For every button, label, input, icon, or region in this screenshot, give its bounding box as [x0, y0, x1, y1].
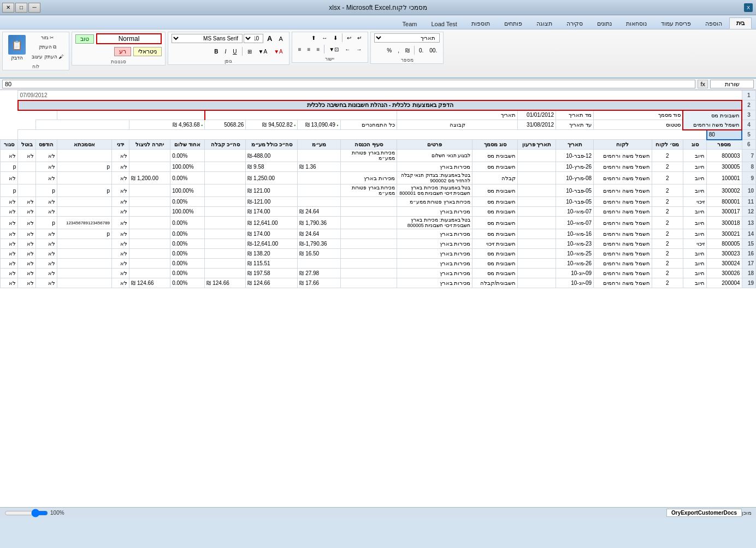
param-todate2: 31/08/2012 [517, 120, 556, 130]
border-button[interactable]: ⊞ [245, 47, 255, 56]
table-row: 11 800001 זיכוי 2 חשמל משה ורחמים 05-פבר… [1, 197, 756, 207]
style-neutral[interactable]: ניטראלי [133, 47, 162, 56]
align-center-button[interactable]: ≡ [305, 45, 314, 53]
param-val1: סוד מסמך [594, 110, 683, 120]
font-color-button[interactable]: A▼ [271, 47, 286, 56]
sheet-container: 1 07/09/2012 2 הדפק באמצעות כלכלית - הנה… [0, 90, 756, 507]
ribbon-content: 📋 הדבק ✂ גזור ⧉ העתק 🖌 העתק עיצוב לוח טו… [0, 29, 756, 79]
sum-val2: ₪ 94,502.82 ▪ [246, 120, 298, 130]
align-left-button[interactable]: ≡ [314, 45, 322, 53]
style-ra[interactable]: רע [114, 47, 131, 56]
copy-button[interactable]: ⧉ העתק [29, 43, 66, 52]
number-group: תאריך % , ₪ .0 .00 מספר [370, 32, 444, 64]
col-date: תאריך [556, 140, 593, 150]
tab-home[interactable]: בית [729, 17, 752, 29]
inc-decimal-btn[interactable]: .0 [416, 46, 426, 55]
window-title: מסמכי לקוח.xlsx - Microsoft Excel [329, 4, 427, 11]
table-row: 9 100001 חיוב 2 חשמל משה ורחמים 08-מרץ-1… [1, 172, 756, 184]
align-top-button[interactable]: ⬆ [309, 33, 318, 42]
col-details: פרטים [397, 140, 472, 150]
tab-addins[interactable]: תוספות [464, 18, 497, 29]
text-dir-button[interactable]: ↩ [344, 33, 354, 42]
maximize-button[interactable]: □ [15, 3, 27, 13]
currency-btn[interactable]: ₪ [403, 46, 412, 55]
font-size-select[interactable]: 10 [244, 34, 263, 43]
tab-pagelayout[interactable]: פריסת עמוד [654, 18, 698, 29]
bold-button[interactable]: B [211, 47, 221, 56]
row5-rest [18, 130, 707, 140]
grow-font-button[interactable]: A [264, 33, 275, 44]
style-normal[interactable]: Normal [96, 33, 162, 44]
font-name-select[interactable]: MS Sans Serif [172, 34, 243, 43]
tab-dev[interactable]: פותחים [497, 18, 529, 29]
table-row: 14 300021 חיוב 2 חשמל משה ורחמים 16-מאי-… [1, 229, 756, 239]
comma-btn[interactable]: , [395, 46, 402, 55]
alignment-group: ⬆ ↔ ⬇ ↩ ↵ ≡ ≡ ≡ ⊡▼ ← → יישור [292, 32, 368, 63]
spreadsheet: 1 07/09/2012 2 הדפק באמצעות כלכלית - הנה… [0, 90, 756, 288]
name-box[interactable] [710, 80, 754, 88]
formatpainter-button[interactable]: 🖌 העתק עיצוב [29, 52, 66, 61]
shrink-font-button[interactable]: A [276, 34, 285, 43]
minimize-button[interactable]: ─ [28, 3, 40, 13]
align-bottom-button[interactable]: ⬇ [330, 33, 340, 42]
row-2: 2 הדפק באמצעות כלכלית - הנהלת חשבונות בח… [1, 100, 756, 110]
align-middle-button[interactable]: ↔ [319, 33, 330, 42]
col-ref: אסמכתא [57, 140, 111, 150]
date-cell[interactable]: 07/09/2012 [18, 91, 742, 100]
param-fromlabel: מד תאריך [556, 110, 593, 120]
ribbon-tabs: בית הוספה פריסת עמוד נוסחאות נתונים סקיר… [0, 15, 756, 29]
window-controls[interactable]: ─ □ ✕ [2, 3, 40, 13]
status-bar: מוכן OryExportCustomerDocs 100% [0, 507, 756, 518]
sheet-tab-main[interactable]: OryExportCustomerDocs [666, 509, 742, 517]
tab-data[interactable]: נתונים [590, 18, 619, 29]
number-format-select[interactable]: תאריך [374, 33, 440, 43]
rownum-1: 1 [742, 91, 755, 100]
row-3: 3 חשבונית מס סוד מסמך מד תאריך 01/01/201… [1, 110, 756, 120]
selected-cell[interactable]: 80 [707, 130, 742, 140]
dec-decimal-btn[interactable]: .00 [427, 46, 440, 55]
tab-review[interactable]: סקירה [559, 18, 590, 29]
tab-team[interactable]: Team [395, 19, 424, 29]
cut-button[interactable]: ✂ גזור [29, 33, 66, 42]
col-cust: לקוח [594, 140, 652, 150]
table-row: 12 300017 חיוב 2 חשמל משה ורחמים 07-מאי-… [1, 207, 756, 217]
zoom-slider[interactable] [4, 509, 48, 517]
table-row: 10 300002 חיוב 2 חשמל משה ורחמים 05-פבר-… [1, 184, 756, 197]
sep4 [414, 46, 415, 55]
tab-view[interactable]: תצוגה [529, 18, 559, 29]
table-row: 8 300005 חיוב 2 חשמל משה ורחמים 26-מרץ-1… [1, 162, 756, 172]
col-doctype: סוג מסמך [472, 140, 518, 150]
rtl-button[interactable]: ← [342, 45, 353, 53]
col-vat: מע״מ [298, 140, 340, 150]
rownum-5: 5 [742, 130, 755, 140]
table-row: 17 300024 חיוב 2 חשמל משה ורחמים 26-מאי-… [1, 259, 756, 269]
ltr-button[interactable]: → [353, 45, 364, 53]
paste-button[interactable]: 📋 הדבק [6, 33, 28, 62]
title-bar-icon: X [744, 3, 753, 12]
font-label: גופן [168, 58, 289, 64]
rownum-3: 3 [742, 110, 755, 120]
style-tov[interactable]: טוב [75, 34, 94, 44]
row-1: 1 07/09/2012 [1, 91, 756, 100]
tab-loadtest[interactable]: Load Test [424, 19, 464, 29]
param-tolabel: תאריך [397, 110, 518, 120]
sum-val4: ₪ 4,963.68 ▪ [129, 120, 205, 130]
italic-button[interactable]: I [222, 47, 229, 56]
rownum-4: 4 [742, 120, 755, 130]
tab-formulas[interactable]: נוסחאות [619, 18, 654, 29]
close-button[interactable]: ✕ [2, 3, 14, 13]
underline-button[interactable]: U [230, 47, 239, 56]
sum-val1: ₪ 13,090.49 ▪ [298, 120, 340, 130]
tab-insert[interactable]: הוספה [698, 18, 729, 29]
param-status: סטטוס [594, 120, 683, 130]
fx-button[interactable]: fx [698, 80, 708, 88]
align-right-button[interactable]: ≡ [296, 45, 304, 53]
formula-input[interactable] [2, 80, 695, 88]
merge-button[interactable]: ⊡▼ [326, 45, 341, 53]
param-label1: חשבונית מס [683, 110, 742, 120]
col-receipt: סה״כ קבלה [205, 140, 246, 150]
percent-btn[interactable]: % [384, 46, 394, 55]
wrap-text-button[interactable]: ↵ [355, 33, 364, 42]
fill-color-button[interactable]: A▼ [256, 47, 270, 56]
clipboard-group: 📋 הדבק ✂ גזור ⧉ העתק 🖌 העתק עיצוב לוח [2, 32, 69, 70]
